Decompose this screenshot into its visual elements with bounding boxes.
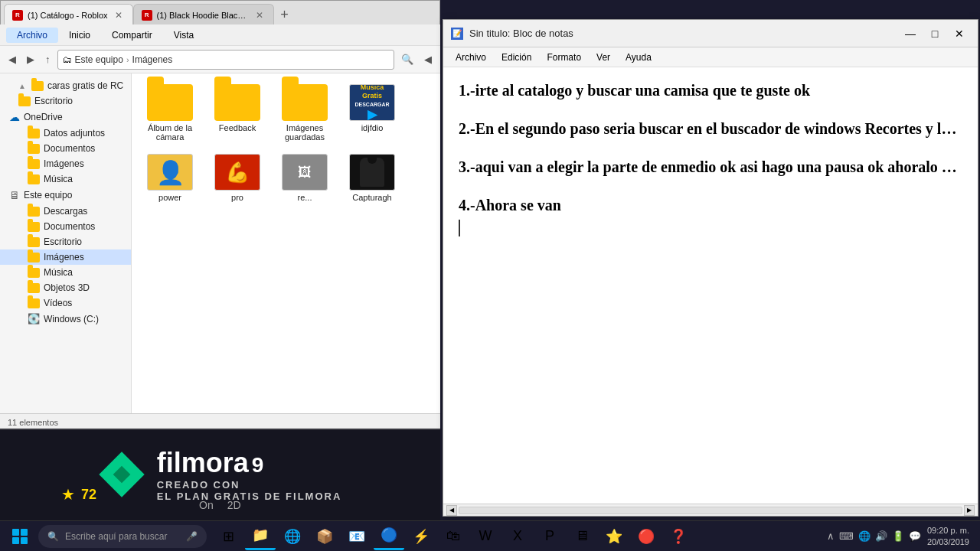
- nav-up[interactable]: ↑: [41, 52, 54, 67]
- sidebar-img1[interactable]: Imágenes: [0, 156, 131, 171]
- folder-icon: [28, 207, 40, 217]
- tb-mail[interactable]: 📧: [341, 523, 372, 550]
- file-power[interactable]: 👤 power: [139, 151, 201, 205]
- folder-icon-lg: [282, 84, 328, 121]
- sidebar-caras[interactable]: ▲ caras gratis de RC: [0, 78, 131, 93]
- taskbar-apps: ⊞ 📁 🌐 📦 📧 🔵 ⚡ 🛍 W X P 🖥 ⭐ 🔴 ❓: [213, 523, 694, 550]
- sidebar-escritorio2[interactable]: Escritorio: [0, 234, 131, 249]
- folder-icon: [28, 159, 40, 169]
- file-feedback[interactable]: Feedback: [207, 81, 268, 145]
- scroll-right-arrow[interactable]: ▶: [964, 505, 975, 516]
- collapse-sidebar[interactable]: ◀: [420, 52, 436, 67]
- scroll-track[interactable]: [459, 507, 962, 514]
- system-icons: ∧ ⌨ 🌐 🔊 🔋 💬: [827, 530, 921, 542]
- sidebar-escritorio1[interactable]: Escritorio: [0, 93, 131, 109]
- browser-tabs: R (1) Catálogo - Roblox ✕ R (1) Black Ho…: [1, 1, 439, 25]
- close-button[interactable]: ✕: [949, 25, 970, 42]
- file-idjfdio[interactable]: MusicaGratis DESCARGAR ▶ idjfdio: [341, 81, 403, 145]
- tb-app2[interactable]: 🖥: [567, 523, 597, 550]
- filmora-label1: CREADO CON: [157, 479, 342, 491]
- sidebar-label-pc: Este equipo: [24, 190, 72, 201]
- menu-formato[interactable]: Formato: [539, 51, 589, 64]
- maximize-button[interactable]: □: [924, 25, 946, 42]
- sidebar-doc2[interactable]: Documentos: [0, 219, 131, 234]
- sidebar-onedrive[interactable]: ☁ OneDrive: [0, 109, 131, 126]
- notepad-icon: 📝: [451, 28, 463, 40]
- path-1: Este equipo: [75, 54, 123, 65]
- path-2: Imágenes: [132, 54, 173, 65]
- minimize-button[interactable]: —: [900, 25, 921, 42]
- tb-app3[interactable]: ⭐: [599, 523, 629, 550]
- menu-inicio[interactable]: Inicio: [58, 28, 101, 43]
- file-album[interactable]: Álbum de la cámara: [139, 81, 201, 145]
- notepad-text-3: 3.-aqui van a elegir la parte de enmedio…: [459, 158, 962, 175]
- tb-app4[interactable]: 🔴: [631, 523, 662, 550]
- tb-app1[interactable]: ⚡: [406, 523, 436, 550]
- menu-edicion[interactable]: Edición: [494, 51, 539, 64]
- sidebar-label: Documentos: [44, 221, 95, 232]
- tb-dropbox[interactable]: 📦: [309, 523, 340, 550]
- new-tab-button[interactable]: +: [274, 4, 296, 25]
- folder-icon: [28, 129, 40, 139]
- filmora-label2: EL PLAN GRATIS DE FILMORA: [157, 491, 342, 502]
- taskbar-search[interactable]: 🔍 Escribe aquí para buscar 🎤: [38, 525, 207, 548]
- battery-icon: 🔋: [892, 530, 904, 542]
- notepad-content[interactable]: 1.-irte al catalogo y buscar una camisa …: [443, 67, 978, 504]
- file-label: Álbum de la cámara: [142, 123, 198, 142]
- folder-icon-lg: [147, 84, 193, 121]
- tb-store[interactable]: 🛍: [438, 523, 469, 550]
- tb-excel[interactable]: X: [502, 523, 533, 550]
- start-button[interactable]: [5, 523, 35, 550]
- sidebar-musica2[interactable]: Música: [0, 265, 131, 280]
- sidebar-este-equipo[interactable]: 🖥 Este equipo: [0, 187, 131, 204]
- sidebar-imagenes-selected[interactable]: Imágenes: [0, 249, 131, 265]
- file-pro[interactable]: 💪 pro: [207, 151, 268, 205]
- menu-archivo[interactable]: Archivo: [448, 51, 494, 64]
- file-imagenes-guardadas[interactable]: Imágenes guardadas: [274, 81, 335, 145]
- sidebar-label: Datos adjuntos: [44, 128, 105, 139]
- tab-2-close[interactable]: ✕: [253, 9, 266, 21]
- tb-app5[interactable]: ❓: [663, 523, 694, 550]
- tab-1-close[interactable]: ✕: [113, 9, 125, 21]
- sidebar-datos[interactable]: Datos adjuntos: [0, 126, 131, 141]
- tb-word[interactable]: W: [470, 523, 501, 550]
- sidebar-label: Objetos 3D: [44, 282, 90, 293]
- nav-forward[interactable]: ▶: [23, 52, 38, 67]
- sidebar-videos[interactable]: Vídeos: [0, 295, 131, 311]
- file-label: Capturagh: [352, 193, 391, 202]
- notification-icon[interactable]: 💬: [909, 530, 921, 542]
- path-bar[interactable]: 🗂 Este equipo › Imágenes: [57, 50, 395, 70]
- tb-explorer[interactable]: 📁: [245, 523, 276, 550]
- sidebar-objetos3d[interactable]: Objetos 3D: [0, 280, 131, 295]
- tab-2-label: (1) Black Hoodie Black Hoodie B...: [157, 11, 249, 20]
- menu-vista[interactable]: Vista: [163, 28, 204, 43]
- file-re[interactable]: 🖼 re...: [274, 151, 335, 205]
- menu-arquivo[interactable]: Archivo: [6, 28, 58, 43]
- menu-ayuda[interactable]: Ayuda: [618, 51, 659, 64]
- tb-edge[interactable]: 🌐: [277, 523, 308, 550]
- nav-search[interactable]: 🔍: [397, 52, 417, 67]
- menu-compartir[interactable]: Compartir: [101, 28, 163, 43]
- sidebar-descargas[interactable]: Descargas: [0, 204, 131, 219]
- tb-task-view[interactable]: ⊞: [213, 523, 243, 550]
- keyboard-icon: ⌨: [839, 530, 854, 542]
- sidebar-musica1[interactable]: Música: [0, 171, 131, 187]
- tb-chrome[interactable]: 🔵: [374, 523, 404, 550]
- browser-tab-2[interactable]: R (1) Black Hoodie Black Hoodie B... ✕: [133, 4, 274, 25]
- notepad-text-4: 4.-Ahora se van: [459, 197, 561, 214]
- sidebar-windows-c[interactable]: 💽 Windows (C:): [0, 311, 131, 327]
- notepad-horizontal-scrollbar[interactable]: ◀ ▶: [443, 504, 978, 516]
- notepad-line-1: 1.-irte al catalogo y buscar una camisa …: [459, 79, 962, 102]
- nav-back[interactable]: ◀: [5, 52, 20, 67]
- chevron-up-icon[interactable]: ∧: [827, 530, 835, 542]
- tb-powerpoint[interactable]: P: [534, 523, 565, 550]
- folder-icon: [28, 237, 40, 247]
- filmora-name: filmora: [157, 447, 249, 479]
- browser-tab-1[interactable]: R (1) Catálogo - Roblox ✕: [4, 4, 133, 25]
- file-capturagh[interactable]: Capturagh: [341, 151, 403, 205]
- filmora-number: 9: [252, 453, 264, 478]
- menu-ver[interactable]: Ver: [589, 51, 618, 64]
- sidebar-doc1[interactable]: Documentos: [0, 141, 131, 156]
- mic-icon: 🎤: [186, 531, 198, 542]
- scroll-left-arrow[interactable]: ◀: [446, 505, 457, 516]
